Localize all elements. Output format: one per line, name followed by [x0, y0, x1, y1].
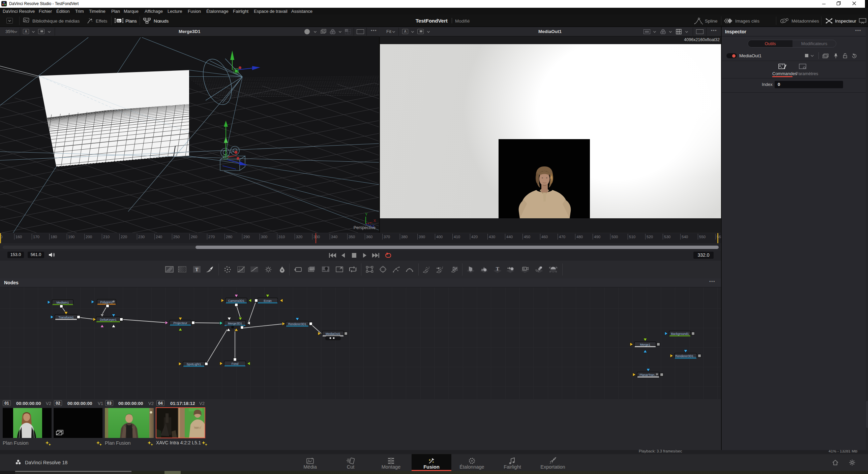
svg-text:MediaOut1: MediaOut1	[326, 332, 340, 336]
svg-text:Projecteur: Projecteur	[173, 321, 187, 325]
svg-text:X: X	[373, 219, 376, 223]
svg-text:Renderer3D1...: Renderer3D1...	[675, 354, 696, 358]
svg-text:Renderer3D1: Renderer3D1	[288, 322, 306, 326]
svg-text:Merge1: Merge1	[640, 343, 651, 346]
svg-text:Perspective: Perspective	[354, 225, 376, 230]
svg-text:Y: Y	[365, 212, 368, 216]
svg-text:T: T	[195, 267, 199, 272]
svg-text:Transform1: Transform1	[58, 316, 74, 319]
svg-text:Background1: Background1	[671, 332, 689, 336]
svg-text:Camera3D1: Camera3D1	[228, 299, 245, 303]
svg-text:Fond: Fond	[232, 362, 239, 366]
svg-text:Ecran: Ecran	[264, 299, 272, 303]
svg-text:MediaIn1: MediaIn1	[56, 301, 69, 304]
svg-text:Polygon2: Polygon2	[100, 301, 113, 304]
svg-text:PlanarTran...: PlanarTran...	[639, 373, 657, 377]
svg-text:Merge3D1: Merge3D1	[228, 322, 242, 325]
svg-text:DeltaKeyer1: DeltaKeyer1	[100, 318, 117, 321]
svg-text:SpotLight1: SpotLight1	[186, 362, 201, 366]
svg-text:T: T	[496, 266, 499, 272]
